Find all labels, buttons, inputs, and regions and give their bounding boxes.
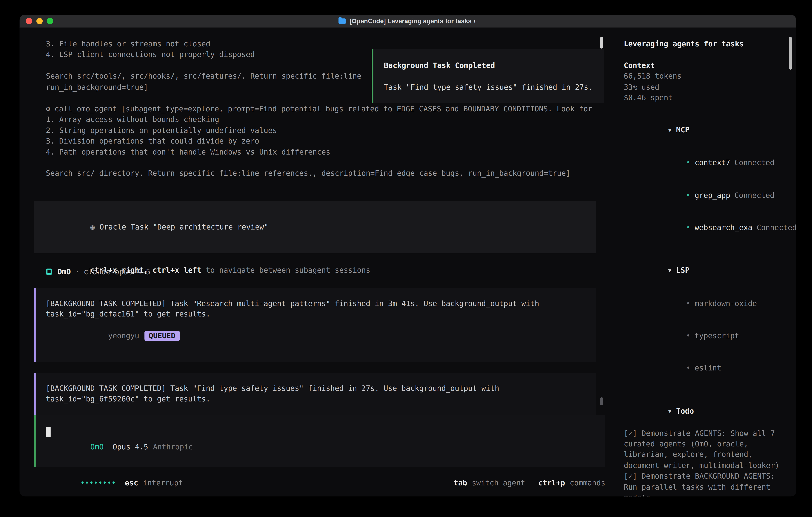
prompt-input[interactable]: OmOOpus 4.5Anthropic — [34, 415, 605, 467]
screen: [OpenCode] Leveraging agents for tasks ◐… — [0, 0, 812, 517]
spinner-icon: •••••••• — [80, 479, 116, 487]
mcp-item: •context7Connected — [624, 147, 790, 179]
titlebar[interactable]: [OpenCode] Leveraging agents for tasks ◐ — [20, 15, 796, 28]
tab-key: tab — [454, 479, 467, 487]
background-task-message: [BACKGROUND TASK COMPLETED] Task "Resear… — [34, 288, 596, 362]
message-meta: yeongyuQUEUED — [46, 320, 596, 352]
mcp-section-header[interactable]: ▼MCP — [624, 114, 790, 147]
lsp-heading: LSP — [676, 266, 690, 274]
mcp-item: •grep_appConnected — [624, 179, 790, 211]
window-title: [OpenCode] Leveraging agents for tasks ◐ — [339, 18, 477, 25]
close-button[interactable] — [26, 18, 32, 24]
sidebar-spacer — [624, 384, 790, 395]
lsp-section-header[interactable]: ▼LSP — [624, 254, 790, 287]
bullet-icon: • — [686, 299, 690, 307]
input-meta: OmOOpus 4.5Anthropic — [46, 434, 193, 460]
todo-line: models — [624, 492, 790, 496]
transcript-line: 3. File handles or streams not closed — [46, 38, 361, 49]
todo-line: Run parallel tasks with different — [624, 482, 790, 492]
transcript-line: 3. Division operations that could divide… — [46, 136, 592, 146]
session-title: Leveraging agents for tasks — [624, 38, 790, 49]
agent-name: OmO — [58, 268, 71, 276]
call-agent-line: ⚙call_omo_agent [subagent_type=explore, … — [46, 103, 592, 114]
zoom-button[interactable] — [47, 18, 53, 24]
message-author: yeongyu — [108, 331, 139, 340]
bullet-icon: • — [686, 223, 690, 232]
traffic-lights — [26, 15, 53, 27]
call-agent-detail: 1. Array access without bounds checking2… — [46, 114, 592, 179]
transcript-line: 2. String operations on potentially unde… — [46, 125, 592, 136]
transcript-block-top: 3. File handles or streams not closed4. … — [46, 38, 361, 92]
lsp-list: •markdown-oxide •typescript •eslint — [624, 287, 790, 384]
lsp-item: •typescript — [624, 320, 790, 352]
sidebar-spacer — [624, 103, 790, 114]
terminal-content: 3. File handles or streams not closed4. … — [20, 28, 796, 496]
message-line-2: task_id="bg_dcfac161" to get results. — [46, 309, 596, 320]
oracle-title-line: ◉Oracle Task "Deep architecture review" — [46, 211, 596, 244]
todo-list: [✓] Demonstrate AGENTS: Show all 7curate… — [624, 428, 790, 496]
lsp-item: •markdown-oxide — [624, 287, 790, 320]
esc-key: esc — [125, 479, 138, 487]
message-line-2: task_id="bg_6f59260c" to get results. — [46, 394, 596, 405]
bullet-icon: • — [686, 191, 690, 199]
mcp-status: Connected — [734, 159, 775, 167]
mcp-heading: MCP — [676, 126, 690, 134]
separator-dot: · — [75, 268, 80, 276]
mcp-item: •websearch_exaConnected — [624, 211, 790, 244]
transcript-line: 1. Array access without bounds checking — [46, 114, 592, 125]
minimize-button[interactable] — [36, 18, 43, 24]
navigation-hint: to navigate between subagent sessions — [201, 266, 370, 274]
collapse-triangle-icon: ▼ — [668, 408, 671, 414]
input-model: Opus 4.5 — [113, 443, 148, 451]
folder-icon — [339, 19, 346, 24]
ctrl-p-label: commands — [570, 479, 605, 487]
mcp-list: •context7Connected •grep_appConnected •w… — [624, 147, 790, 244]
lsp-item: •eslint — [624, 352, 790, 384]
message-line-1: [BACKGROUND TASK COMPLETED] Task "Find t… — [46, 383, 596, 394]
mcp-name: websearch_exa — [695, 223, 752, 232]
transcript-line: 4. LSP client connections not properly d… — [46, 49, 361, 60]
collapse-triangle-icon: ▼ — [668, 127, 671, 133]
todo-heading: Todo — [676, 407, 694, 415]
transcript-line — [46, 157, 592, 168]
gear-icon: ⚙ — [46, 105, 50, 113]
oracle-spacer — [46, 243, 596, 254]
context-heading: Context — [624, 60, 790, 71]
mcp-name: grep_app — [695, 191, 730, 199]
context-stat: 33% used — [624, 82, 790, 92]
message-line-1: [BACKGROUND TASK COMPLETED] Task "Resear… — [46, 298, 596, 309]
agent-model: claude-opus-4-5 — [84, 268, 150, 276]
main-scrollbar-thumb-secondary[interactable] — [600, 397, 603, 405]
transcript-block-call: ⚙call_omo_agent [subagent_type=explore, … — [46, 103, 592, 179]
lsp-name: markdown-oxide — [695, 299, 757, 307]
transcript-line — [46, 60, 361, 71]
tab-label: switch agent — [472, 479, 525, 487]
subagent-icon: ◉ — [90, 223, 95, 231]
sidebar: Leveraging agents for tasks Context 66,5… — [624, 38, 790, 497]
main-scrollbar-thumb[interactable] — [600, 37, 603, 49]
ctrl-p-key: ctrl+p — [538, 479, 565, 487]
terminal-window: [OpenCode] Leveraging agents for tasks ◐… — [20, 15, 796, 496]
context-stats: 66,518 tokens33% used$0.46 spent — [624, 71, 790, 103]
agent-icon — [46, 269, 52, 275]
todo-line: [✓] Demonstrate BACKGROUND AGENTS: — [624, 471, 790, 482]
bullet-icon: • — [686, 159, 690, 167]
window-title-text: [OpenCode] Leveraging agents for tasks ◐ — [350, 18, 477, 25]
agent-header: OmO · claude-opus-4-5 — [46, 267, 150, 277]
transcript-line: 4. Path operations that don't handle Win… — [46, 146, 592, 157]
context-stat: $0.46 spent — [624, 92, 790, 103]
mcp-name: context7 — [695, 159, 730, 167]
input-agent-name: OmO — [90, 443, 104, 451]
statusbar-left: ••••••••escinterrupt — [36, 470, 183, 495]
todo-line: curated agents (OmO, oracle, — [624, 438, 790, 449]
background-task-toast[interactable]: Background Task Completed Task "Find typ… — [372, 49, 604, 103]
lsp-name: eslint — [695, 364, 721, 372]
bullet-icon: • — [686, 331, 690, 340]
todo-section-header[interactable]: ▼Todo — [624, 395, 790, 428]
lsp-name: typescript — [695, 331, 739, 340]
queued-badge: QUEUED — [144, 331, 180, 341]
oracle-task-panel: ◉Oracle Task "Deep architecture review" … — [34, 201, 596, 253]
transcript-line: Search src/tools/, src/hooks/, src/featu… — [46, 71, 361, 82]
bullet-icon: • — [686, 364, 690, 372]
todo-line: document-writer, multimodal-looker) — [624, 460, 790, 471]
